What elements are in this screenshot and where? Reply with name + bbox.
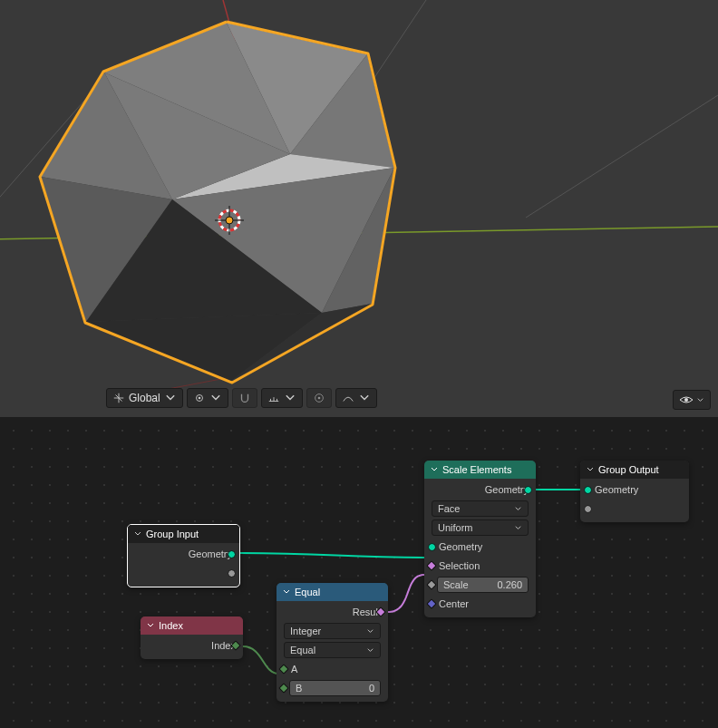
socket-scale-in[interactable]: Scale 0.260 [432, 577, 529, 593]
socket-selection-in[interactable]: Selection [432, 558, 529, 574]
chevron-down-icon [133, 529, 142, 539]
dropdown-value: Integer [290, 626, 321, 636]
viewport-scene [0, 0, 718, 417]
chevron-down-icon [696, 396, 704, 404]
eye-icon [679, 394, 694, 405]
node-title: Scale Elements [442, 464, 511, 475]
svg-point-22 [226, 217, 233, 224]
chevron-down-icon [164, 392, 177, 404]
axes-icon [112, 392, 125, 404]
scale-mode-dropdown[interactable]: Uniform [432, 519, 529, 536]
chevron-down-icon [586, 465, 595, 474]
socket-label: Geometry [189, 548, 232, 559]
proportional-falloff-dropdown[interactable] [335, 388, 377, 408]
chevron-down-icon [514, 505, 522, 513]
socket-center-in[interactable]: Center [432, 596, 529, 612]
chevron-down-icon [366, 627, 374, 636]
node-group-input[interactable]: Group Input Geometry [127, 524, 240, 587]
pivot-icon [193, 392, 206, 404]
socket-b-in[interactable]: B 0 [284, 680, 381, 696]
transform-orientation-dropdown[interactable]: Global [106, 388, 183, 408]
socket-result-out[interactable]: Result [284, 604, 381, 620]
node-header[interactable]: Group Output [580, 461, 689, 479]
field-value: 0.260 [469, 579, 522, 590]
svg-line-0 [372, 0, 426, 82]
chevron-down-icon [284, 392, 296, 404]
viewport-toolbar: Global [106, 386, 377, 410]
socket-a-in[interactable]: A [284, 661, 381, 677]
node-title: Equal [295, 587, 320, 597]
socket-label: A [291, 664, 297, 675]
socket-label: Center [439, 598, 469, 609]
geometry-node-editor[interactable]: Group Input Geometry Index Index [0, 417, 718, 728]
snap-toggle[interactable] [232, 388, 257, 408]
chevron-down-icon [366, 646, 374, 655]
input-b-field[interactable]: B 0 [289, 680, 381, 696]
proportional-edit-toggle[interactable] [306, 388, 332, 408]
socket-label: Geometry [439, 541, 482, 552]
socket-index-out[interactable]: Index [148, 637, 236, 654]
chevron-down-icon [430, 465, 439, 474]
socket-label: Geometry [485, 484, 529, 495]
socket-geometry-in[interactable]: Geometry [587, 481, 682, 498]
pivot-dropdown[interactable] [187, 388, 228, 408]
compare-op-dropdown[interactable]: Equal [284, 642, 381, 658]
visibility-dropdown[interactable] [673, 390, 711, 410]
proportional-icon [313, 392, 325, 404]
node-group-output[interactable]: Group Output Geometry [580, 461, 689, 522]
compare-type-dropdown[interactable]: Integer [284, 623, 381, 639]
node-title: Group Input [146, 529, 199, 539]
chevron-down-icon [209, 392, 222, 404]
node-scale-elements[interactable]: Scale Elements Geometry Face Uniform Geo… [424, 461, 536, 617]
magnet-icon [238, 392, 251, 404]
snap-mode-dropdown[interactable] [261, 388, 303, 408]
node-header[interactable]: Equal [277, 583, 388, 601]
input-scale-field[interactable]: Scale 0.260 [437, 577, 529, 593]
svg-point-24 [198, 397, 200, 400]
socket-virtual-in[interactable] [587, 500, 682, 517]
chevron-down-icon [282, 587, 291, 597]
chevron-down-icon [358, 392, 371, 404]
socket-label: Selection [439, 560, 480, 571]
chevron-down-icon [514, 524, 522, 532]
field-label: Scale [443, 579, 469, 590]
node-title: Group Output [598, 464, 659, 475]
svg-point-27 [684, 398, 688, 402]
dropdown-value: Face [438, 503, 460, 514]
socket-geometry-out[interactable]: Geometry [135, 546, 232, 562]
socket-geometry-in[interactable]: Geometry [432, 539, 529, 555]
socket-geometry-out[interactable]: Geometry [432, 481, 529, 498]
viewport-3d[interactable]: Global [0, 0, 718, 417]
field-value: 0 [302, 683, 374, 694]
transform-orientation-label: Global [129, 392, 160, 404]
domain-dropdown[interactable]: Face [432, 500, 529, 517]
node-index[interactable]: Index Index [141, 616, 243, 659]
field-label: B [296, 683, 302, 694]
node-compare[interactable]: Equal Result Integer Equal A B 0 [277, 583, 388, 702]
snap-increment-icon [267, 392, 280, 404]
node-title: Index [159, 620, 183, 631]
svg-line-1 [526, 95, 718, 218]
dropdown-value: Equal [290, 645, 315, 655]
socket-virtual-out[interactable] [135, 565, 232, 581]
mesh-icosphere [40, 22, 395, 383]
falloff-icon [342, 392, 354, 404]
chevron-down-icon [146, 621, 155, 630]
dropdown-value: Uniform [438, 522, 473, 533]
node-header[interactable]: Group Input [128, 525, 239, 543]
svg-point-26 [317, 397, 320, 400]
node-header[interactable]: Scale Elements [424, 461, 536, 479]
socket-label: Geometry [595, 484, 638, 495]
node-header[interactable]: Index [141, 616, 243, 635]
